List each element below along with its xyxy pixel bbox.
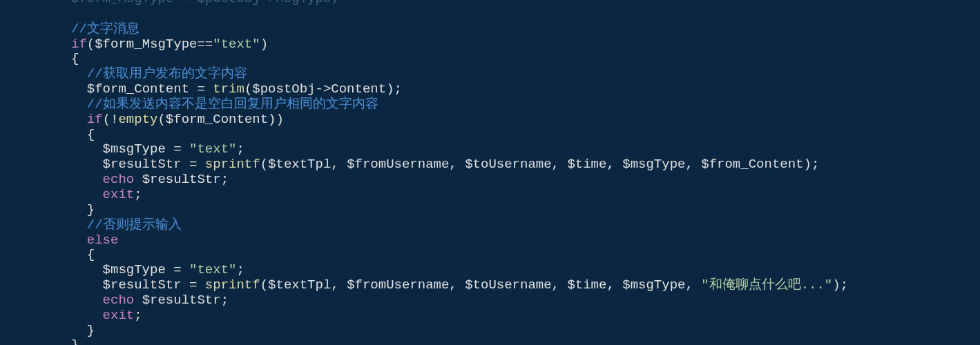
comma: , (331, 277, 347, 293)
operator: = (182, 277, 205, 293)
comma: , (685, 157, 701, 172)
variable: $msgType (622, 277, 685, 293)
variable: $resultStr (142, 293, 221, 308)
operator: = (182, 157, 205, 172)
variable: $time (567, 157, 606, 172)
property: Content (331, 81, 386, 97)
semicolon: ; (221, 293, 229, 308)
comma: , (552, 157, 568, 172)
comma: , (449, 157, 465, 172)
keyword-echo: echo (103, 172, 135, 187)
brace: } (71, 337, 79, 345)
code-comment: //获取用户发布的文字内容 (87, 66, 247, 81)
code-comment: //否则提示输入 (87, 217, 182, 233)
brace: { (71, 51, 79, 66)
operator: = (166, 141, 189, 157)
keyword-else: else (87, 233, 119, 248)
variable: $time (567, 277, 606, 293)
keyword-exit: exit (103, 187, 135, 202)
semicolon: ; (134, 187, 142, 202)
variable: $msgType (103, 141, 166, 157)
comma: , (606, 277, 622, 293)
semicolon: ; (840, 277, 848, 293)
paren: ( (260, 157, 268, 172)
semicolon: ; (236, 262, 244, 277)
string: "text" (189, 141, 236, 157)
function-sprintf: sprintf (205, 157, 260, 172)
semicolon: ; (134, 308, 142, 323)
paren: ) (276, 112, 284, 127)
variable: $resultStr (103, 157, 182, 172)
variable: $form_Content (166, 112, 268, 127)
paren: ) (832, 277, 840, 293)
variable: $toUsername (465, 277, 551, 293)
semicolon: ; (221, 172, 229, 187)
brace: { (87, 127, 95, 142)
code-comment: //文字消息 (71, 21, 140, 37)
function-trim: trim (213, 81, 244, 97)
comma: , (331, 157, 347, 172)
comma: , (552, 277, 568, 293)
variable: $form_MsgType (95, 37, 197, 52)
operator: = (189, 81, 213, 97)
comma: , (606, 157, 622, 172)
paren: ( (244, 81, 252, 97)
operator: = (166, 262, 189, 277)
variable: $fromUsername (347, 157, 449, 172)
variable: $fromUsername (347, 277, 449, 293)
paren: ) (260, 37, 268, 52)
semicolon: ; (811, 157, 819, 172)
variable: $resultStr (103, 277, 182, 293)
brace: { (87, 247, 95, 262)
variable: $resultStr (142, 172, 221, 187)
keyword-exit: exit (103, 308, 135, 323)
keyword-if: if (71, 37, 87, 52)
function-sprintf: sprintf (205, 277, 260, 293)
arrow: -> (316, 81, 332, 97)
code-comment: //如果发送内容不是空白回复用户相同的文字内容 (87, 97, 378, 112)
function-empty: empty (118, 112, 157, 127)
variable: $form_Content (87, 81, 189, 97)
brace: } (87, 323, 95, 338)
not-operator: ! (111, 112, 118, 127)
paren: ) (804, 157, 811, 172)
string: "text" (189, 262, 236, 277)
paren: ( (157, 112, 165, 127)
string: "text" (213, 37, 260, 52)
variable: $msgType (103, 262, 166, 277)
code-block: $form_MsgType = $postObj->MsgType; //文字消… (71, 0, 980, 345)
operator: == (197, 37, 213, 52)
variable: $toUsername (465, 157, 551, 172)
code-editor-view: $form_MsgType = $postObj->MsgType; //文字消… (0, 0, 980, 345)
code-line-faded: $form_MsgType = $postObj->MsgType; (71, 0, 339, 6)
comma: , (449, 277, 465, 293)
variable: $msgType (622, 157, 685, 172)
string: "和俺聊点什么吧..." (701, 277, 832, 293)
semicolon: ; (236, 141, 244, 157)
paren: ( (103, 112, 111, 127)
comma: , (685, 277, 701, 293)
keyword-if: if (87, 112, 103, 127)
brace: } (87, 202, 95, 217)
paren: ) (386, 81, 394, 97)
variable: $from_Content (701, 157, 803, 172)
variable: $postObj (252, 81, 315, 97)
paren: ) (268, 112, 276, 127)
variable: $textTpl (268, 277, 331, 293)
variable: $textTpl (268, 157, 331, 172)
paren: ( (87, 37, 95, 52)
keyword-echo: echo (103, 293, 135, 308)
semicolon: ; (394, 81, 402, 97)
paren: ( (260, 277, 268, 293)
